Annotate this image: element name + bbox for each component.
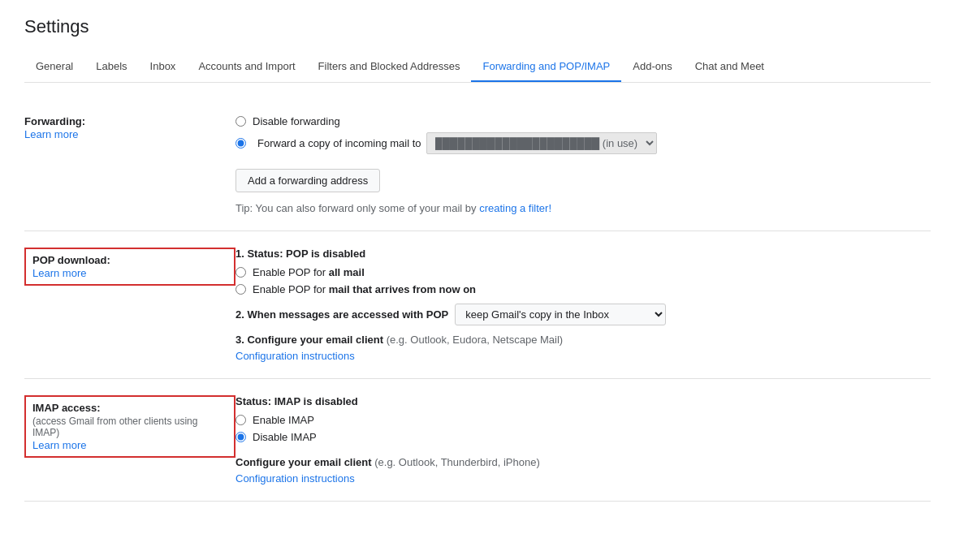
pop-configure-note: (e.g. Outlook, Eudora, Netscape Mail) [387,334,564,346]
pop-download-section: POP download: Learn more 1. Status: POP … [24,231,931,379]
when-accessed-select[interactable]: keep Gmail's copy in the Inbox [455,304,666,325]
forwarding-learn-more[interactable]: Learn more [24,128,78,140]
disable-forwarding-radio[interactable] [236,116,246,127]
pop-config-link[interactable]: Configuration instructions [236,350,355,362]
when-accessed-label: 2. When messages are accessed with POP [236,308,448,321]
tab-chat-meet[interactable]: Chat and Meet [684,52,776,83]
forward-copy-label: Forward a copy of incoming mail to [257,137,421,149]
enable-pop-all-option: Enable POP for all mail [236,266,931,278]
disable-forwarding-label: Disable forwarding [253,115,340,127]
forwarding-tip: Tip: You can also forward only some of y… [236,202,931,214]
tab-filters-blocked[interactable]: Filters and Blocked Addresses [307,52,472,83]
tab-inbox[interactable]: Inbox [139,52,188,83]
page-title: Settings [24,16,931,37]
enable-pop-now-option: Enable POP for mail that arrives from no… [236,283,931,295]
disable-imap-radio[interactable] [236,432,246,442]
enable-imap-label: Enable IMAP [253,414,314,426]
forward-copy-radio[interactable] [236,138,246,149]
settings-page: Settings General Labels Inbox Accounts a… [0,0,955,534]
imap-sub-label: (access Gmail from other clients using I… [32,416,227,438]
when-accessed-row: 2. When messages are accessed with POP k… [236,304,931,325]
settings-content: Forwarding: Learn more Disable forwardin… [24,83,931,518]
enable-imap-option: Enable IMAP [236,414,931,426]
tab-labels[interactable]: Labels [84,52,138,83]
imap-access-section: IMAP access: (access Gmail from other cl… [24,379,931,502]
enable-imap-radio[interactable] [236,415,246,425]
enable-pop-all-radio[interactable] [236,267,246,278]
pop-status-heading: 1. Status: POP is disabled [236,248,931,260]
forwarding-content: Disable forwarding Forward a copy of inc… [236,115,931,214]
pop-download-label: POP download: [32,254,227,266]
enable-pop-now-radio[interactable] [236,284,246,295]
pop-download-learn-more[interactable]: Learn more [32,267,86,279]
enable-pop-now-label: Enable POP for mail that arrives from no… [253,283,476,295]
add-forwarding-address-button[interactable]: Add a forwarding address [236,169,380,192]
pop-configure-heading: 3. Configure your email client (e.g. Out… [236,334,931,346]
tab-general[interactable]: General [24,52,84,83]
disable-imap-label: Disable IMAP [253,431,317,443]
tab-add-ons[interactable]: Add-ons [621,52,683,83]
imap-learn-more[interactable]: Learn more [32,439,86,451]
imap-status-heading: Status: IMAP is disabled [236,395,931,407]
disable-forwarding-option: Disable forwarding [236,115,931,127]
creating-filter-link[interactable]: creating a filter! [479,202,551,214]
tab-accounts-import[interactable]: Accounts and Import [187,52,306,83]
imap-content: Status: IMAP is disabled Enable IMAP Dis… [236,395,931,485]
imap-configure-heading: Configure your email client (e.g. Outloo… [236,456,931,468]
imap-label-col: IMAP access: (access Gmail from other cl… [24,395,236,458]
pop-download-label-col: POP download: Learn more [24,248,236,286]
enable-pop-all-label: Enable POP for all mail [253,266,365,278]
forward-copy-option: Forward a copy of incoming mail to █████… [236,132,931,154]
imap-configure-note: (e.g. Outlook, Thunderbird, iPhone) [374,456,540,468]
disable-imap-option: Disable IMAP [236,431,931,443]
pop-download-content: 1. Status: POP is disabled Enable POP fo… [236,248,931,362]
forwarding-label: Forwarding: [24,115,219,127]
imap-config-link[interactable]: Configuration instructions [236,472,355,485]
tab-forwarding-pop-imap[interactable]: Forwarding and POP/IMAP [471,52,621,83]
forwarding-label-col: Forwarding: Learn more [24,115,236,140]
imap-label: IMAP access: [32,402,227,414]
forwarding-section: Forwarding: Learn more Disable forwardin… [24,99,931,231]
forward-email-select[interactable]: ██████████████████████ (in use) [426,132,657,154]
tabs-nav: General Labels Inbox Accounts and Import… [24,52,931,83]
